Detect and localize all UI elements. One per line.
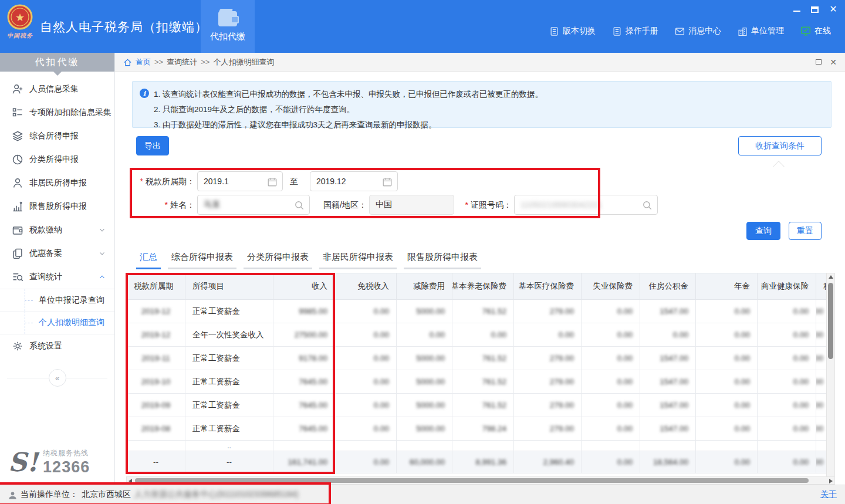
calendar-icon[interactable] <box>382 177 393 187</box>
table-cell: 2019-12 <box>127 323 185 347</box>
table-cell: 7645.00 <box>273 394 335 417</box>
table-cell: 0.00 <box>452 323 514 347</box>
table-cell: .. <box>185 441 273 451</box>
table-row[interactable]: 2019-12全年一次性奖金收入27500.000.000.000.000.00… <box>127 323 829 347</box>
table-cell: 2019-12 <box>127 300 185 323</box>
table-cell <box>397 441 452 451</box>
restore-button[interactable] <box>811 6 819 13</box>
module-tab-daikoudaijiao[interactable]: 代扣代缴 <box>201 0 255 53</box>
sidebar-subitem-单位申报记录查询[interactable]: 单位申报记录查询 <box>0 289 114 312</box>
close-button[interactable]: ✕ <box>829 5 838 14</box>
search-icon[interactable] <box>294 200 305 211</box>
table-cell: 0.00 <box>696 451 758 473</box>
table-row[interactable]: 2019-10正常工资薪金7645.000.005000.00761.52279… <box>127 370 829 394</box>
collapse-query-button[interactable]: 收折查询条件 <box>738 136 822 155</box>
table-row[interactable]: 2019-08正常工资薪金7645.000.005000.00798.24279… <box>127 417 829 441</box>
sidebar-item-综合所得申报[interactable]: 综合所得申报 <box>0 124 114 148</box>
horizontal-scrollbar[interactable] <box>126 476 835 485</box>
header-menu-版本切换[interactable]: 版本切换 <box>549 26 596 36</box>
table-cell: 798.24 <box>452 417 514 441</box>
scroll-up-icon[interactable] <box>829 275 833 279</box>
header-menu-操作手册[interactable]: 操作手册 <box>612 26 658 36</box>
tab-分类所得申报表[interactable]: 分类所得申报表 <box>244 249 312 269</box>
table-cell: 正常工资薪金 <box>185 417 273 441</box>
table-row[interactable]: 2019-12正常工资薪金9985.000.005000.00761.52279… <box>127 300 829 323</box>
header-menu-单位管理[interactable]: 单位管理 <box>738 26 784 36</box>
table-cell <box>335 441 397 451</box>
sidebar-item-专项附加扣除信息采集[interactable]: 专项附加扣除信息采集 <box>0 101 114 124</box>
table-cell: 5000.00 <box>397 394 452 417</box>
table-cell: 279.00 <box>514 347 582 370</box>
notice-box: i 1. 该查询统计表仅能查询已申报成功的数据，不包含未申报、申报失败，已申报但… <box>132 81 832 128</box>
about-link[interactable]: 关于 <box>820 489 837 500</box>
breadcrumb: 首页 >> 查询统计 >> 个人扣缴明细查询 ✕ <box>115 53 845 72</box>
tab-综合所得申报表[interactable]: 综合所得申报表 <box>168 249 236 269</box>
table-cell: 0.00 <box>582 394 640 417</box>
notice-line: 3. 由于数据处理的滞后性，建议您在申报成功3天之后再来查询最新的申报数据。 <box>154 117 823 133</box>
table-cell: 2019-11 <box>127 347 185 370</box>
to-label: 至 <box>290 171 298 191</box>
export-button[interactable]: 导出 <box>136 136 169 155</box>
notice-line: 2. 只能查询2019年及之后的数据，不能进行跨年度查询。 <box>154 102 823 117</box>
document-icon <box>612 26 622 36</box>
minimize-button[interactable] <box>793 7 800 12</box>
sidebar-item-查询统计[interactable]: 查询统计 <box>0 265 114 289</box>
table-cell: 0.00 <box>335 347 397 370</box>
panel-caret <box>773 161 785 172</box>
scroll-right-icon[interactable] <box>829 479 833 483</box>
column-header: 所得项目 <box>185 273 273 300</box>
sidebar-item-税款缴纳[interactable]: 税款缴纳 <box>0 218 114 242</box>
id-number-label: 证照号码： <box>462 195 512 215</box>
query-button[interactable]: 查询 <box>746 222 780 240</box>
table-cell: 0.00 <box>696 300 758 323</box>
reset-button[interactable]: 重置 <box>789 222 822 240</box>
breadcrumb-item: 查询统计 <box>167 57 197 67</box>
table-cell: 0.00 <box>758 347 816 370</box>
scroll-left-icon[interactable] <box>129 479 132 483</box>
table-row[interactable]: 2019-11正常工资薪金9178.000.005000.00761.52279… <box>127 347 829 370</box>
sidebar-item-分类所得申报[interactable]: 分类所得申报 <box>0 148 114 171</box>
table-cell: 0.00 <box>335 417 397 441</box>
panel-close-icon[interactable]: ✕ <box>830 57 837 67</box>
sidebar-item-人员信息采集[interactable]: 人员信息采集 <box>0 77 114 101</box>
table-cell: 0.00 <box>335 394 397 417</box>
sidebar-item-优惠备案[interactable]: 优惠备案 <box>0 242 114 265</box>
table-cell: 0.00 <box>758 451 816 473</box>
vertical-scrollbar[interactable] <box>826 273 835 504</box>
calendar-icon[interactable] <box>267 177 278 187</box>
wallet-icon <box>12 224 23 236</box>
current-unit-value: 北京市西城区 <box>82 489 131 500</box>
layers-icon <box>12 130 23 142</box>
table-cell: 0.00 <box>514 323 582 347</box>
name-input[interactable]: 马某 <box>197 195 310 215</box>
sidebar-collapse-button[interactable]: « <box>49 369 66 387</box>
breadcrumb-home[interactable]: 首页 <box>136 57 151 67</box>
search-icon[interactable] <box>642 200 653 211</box>
panel-maximize-icon[interactable] <box>816 59 822 65</box>
column-header: 基本医疗保险费 <box>514 273 582 300</box>
sidebar-item-非居民所得申报[interactable]: 非居民所得申报 <box>0 171 114 195</box>
sidebar-item-限售股所得申报[interactable]: 限售股所得申报 <box>0 195 114 218</box>
table-cell: 761.52 <box>452 370 514 394</box>
period-from-input[interactable]: 2019.1 <box>197 171 283 191</box>
column-header: 失业保险费 <box>582 273 640 300</box>
header-menu-消息中心[interactable]: 消息中心 <box>675 26 721 36</box>
sidebar-item-系统设置[interactable]: 系统设置 <box>0 334 114 358</box>
sidebar-subitem-个人扣缴明细查询[interactable]: 个人扣缴明细查询 <box>0 312 114 334</box>
monitor-check-icon <box>800 26 811 36</box>
table-cell: 1547.00 <box>640 300 696 323</box>
vertical-scroll-thumb[interactable] <box>828 283 833 359</box>
period-to-input[interactable]: 2019.12 <box>310 171 398 191</box>
tab-限售股所得申报表[interactable]: 限售股所得申报表 <box>404 249 481 269</box>
tab-非居民所得申报表[interactable]: 非居民所得申报表 <box>319 249 397 269</box>
sidebar-item-label: 限售股所得申报 <box>29 201 106 212</box>
tab-汇总[interactable]: 汇总 <box>136 249 161 269</box>
id-number-input[interactable]: 110502199903042221 <box>514 195 658 215</box>
table-row[interactable]: 2019-09正常工资薪金7645.000.005000.00761.52279… <box>127 394 829 417</box>
horizontal-scroll-thumb[interactable] <box>135 478 809 483</box>
table-cell: 2019-09 <box>127 394 185 417</box>
table-cell <box>514 441 582 451</box>
online-status[interactable]: 在线 <box>800 26 831 36</box>
table-cell: 0.00 <box>335 323 397 347</box>
table-cell: 0.00 <box>397 323 452 347</box>
